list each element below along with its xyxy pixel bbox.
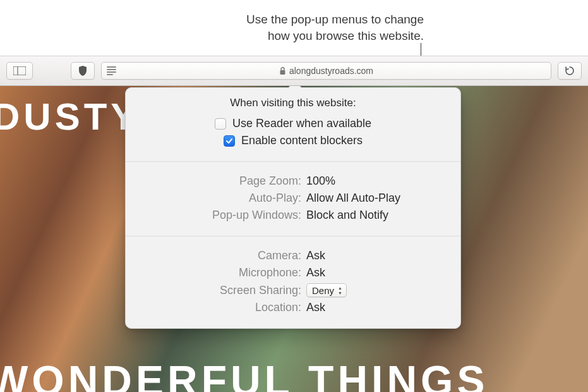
annotation-caption-line2: how you browse this website.: [268, 29, 424, 42]
lock-icon: [279, 67, 285, 75]
auto-play-popup[interactable]: Allow All Auto-Play: [306, 192, 400, 205]
setting-row-auto-play: Auto-Play: Allow All Auto-Play: [137, 192, 449, 205]
location-label: Location:: [137, 301, 306, 314]
popover-section-display: Page Zoom: 100% Auto-Play: Allow All Aut…: [126, 161, 460, 236]
privacy-report-button[interactable]: [71, 62, 95, 80]
screen-sharing-label: Screen Sharing:: [137, 284, 306, 297]
setting-row-popup-windows: Pop-up Windows: Block and Notify: [137, 209, 449, 222]
microphone-popup[interactable]: Ask: [306, 266, 325, 279]
checkbox-reader[interactable]: [215, 118, 226, 130]
address-bar[interactable]: alongdustyroads.com: [101, 62, 551, 80]
setting-row-location: Location: Ask: [137, 301, 449, 314]
microphone-label: Microphone:: [137, 266, 306, 279]
reader-icon[interactable]: [107, 66, 116, 75]
location-popup[interactable]: Ask: [306, 301, 325, 314]
chevron-updown-icon: ▲▼: [338, 286, 342, 295]
browser-toolbar: alongdustyroads.com: [0, 56, 588, 86]
page-zoom-label: Page Zoom:: [137, 175, 306, 188]
popover-section-permissions: Camera: Ask Microphone: Ask Screen Shari…: [126, 236, 460, 328]
address-bar-host: alongdustyroads.com: [289, 66, 373, 76]
camera-label: Camera:: [137, 249, 306, 262]
annotation-caption-line1: Use the pop-up menus to change: [246, 13, 424, 26]
svg-rect-0: [13, 66, 26, 75]
auto-play-label: Auto-Play:: [137, 192, 306, 205]
page-zoom-popup[interactable]: 100%: [306, 175, 335, 188]
svg-rect-2: [280, 70, 285, 75]
popup-windows-label: Pop-up Windows:: [137, 209, 306, 222]
webpage-content: DUSTY R WONDERFUL THINGS When visiting t…: [0, 86, 588, 392]
popup-windows-popup[interactable]: Block and Notify: [306, 209, 388, 222]
checkbox-content-blockers[interactable]: [224, 135, 235, 147]
checkbox-content-blockers-label: Enable content blockers: [241, 134, 363, 147]
popover-arrow: [287, 86, 301, 89]
setting-row-screen-sharing: Screen Sharing: Deny ▲▼: [137, 283, 449, 297]
checkbox-reader-label: Use Reader when available: [232, 117, 371, 130]
checkbox-row-content-blockers[interactable]: Enable content blockers: [137, 134, 449, 147]
setting-row-page-zoom: Page Zoom: 100%: [137, 175, 449, 188]
annotation-caption: Use the pop-up menus to change how you b…: [246, 11, 424, 44]
setting-row-camera: Camera: Ask: [137, 249, 449, 262]
reload-icon: [565, 66, 575, 76]
check-icon: [225, 137, 233, 145]
screen-sharing-popup[interactable]: Deny ▲▼: [306, 283, 347, 297]
checkbox-row-reader[interactable]: Use Reader when available: [137, 117, 449, 130]
reload-button[interactable]: [558, 62, 582, 80]
setting-row-microphone: Microphone: Ask: [137, 266, 449, 279]
website-settings-popover: When visiting this website: Use Reader w…: [125, 87, 461, 329]
annotation-caption-area: Use the pop-up menus to change how you b…: [0, 0, 588, 56]
address-bar-content: alongdustyroads.com: [279, 66, 373, 76]
camera-popup[interactable]: Ask: [306, 249, 325, 262]
popover-section-general: When visiting this website: Use Reader w…: [126, 88, 460, 161]
background-heading-bottom: WONDERFUL THINGS: [0, 357, 488, 392]
sidebar-toggle-button[interactable]: [6, 62, 33, 80]
sidebar-icon: [13, 66, 26, 75]
shield-icon: [78, 65, 88, 77]
popover-title: When visiting this website:: [137, 97, 449, 109]
